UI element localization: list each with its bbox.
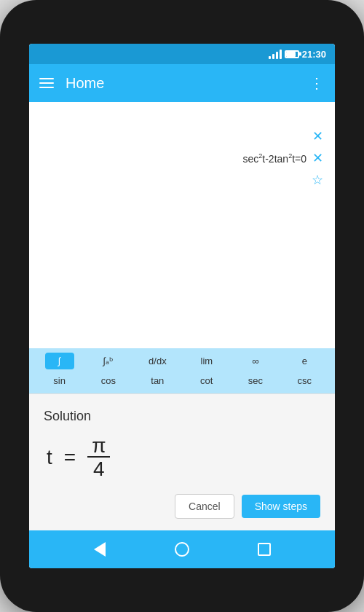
app-title: Home bbox=[66, 75, 298, 92]
recents-button[interactable] bbox=[250, 535, 279, 564]
home-icon bbox=[175, 542, 189, 557]
keyboard-row-1: ∫ ∫ₐᵇ d/dx lim ∞ e bbox=[29, 351, 335, 371]
solution-panel: Solution t = π 4 Cancel Show steps bbox=[29, 393, 335, 530]
status-bar: 21:30 bbox=[29, 44, 335, 64]
sup-2b: 2 bbox=[288, 152, 292, 160]
status-icons: 21:30 bbox=[269, 49, 326, 60]
back-icon bbox=[94, 542, 106, 557]
menu-icon[interactable] bbox=[39, 78, 54, 88]
equation-area: ✕ sec2t-2tan2t=0 ✕ ☆ bbox=[29, 102, 335, 348]
equation-row: sec2t-2tan2t=0 ✕ bbox=[41, 150, 323, 166]
key-csc[interactable]: csc bbox=[290, 372, 319, 389]
key-sec[interactable]: sec bbox=[241, 372, 270, 389]
signal-bar-1 bbox=[269, 56, 271, 59]
main-content: ✕ sec2t-2tan2t=0 ✕ ☆ ∫ ∫ₐᵇ bbox=[29, 102, 335, 530]
keyboard-row-2: sin cos tan cot sec csc bbox=[29, 371, 335, 391]
phone-screen: 21:30 Home ⋮ ✕ bbox=[29, 44, 335, 568]
empty-equation-row: ✕ bbox=[41, 128, 323, 144]
solution-equals: = bbox=[64, 446, 76, 469]
app-bar: Home ⋮ bbox=[29, 64, 335, 102]
fraction-denominator: 4 bbox=[89, 459, 109, 479]
clear-icon-2[interactable]: ✕ bbox=[312, 150, 323, 166]
more-options-icon[interactable]: ⋮ bbox=[309, 74, 325, 92]
signal-bar-2 bbox=[272, 54, 274, 59]
key-tan[interactable]: tan bbox=[143, 372, 172, 389]
star-row: ☆ bbox=[41, 172, 323, 188]
signal-bar-4 bbox=[280, 50, 282, 59]
solution-actions: Cancel Show steps bbox=[44, 494, 320, 519]
home-button[interactable] bbox=[167, 535, 197, 564]
key-integral[interactable]: ∫ bbox=[45, 353, 74, 369]
key-euler[interactable]: e bbox=[290, 353, 319, 369]
solution-fraction: π 4 bbox=[87, 436, 110, 479]
solution-math: t = π 4 bbox=[44, 436, 320, 479]
solution-label: Solution bbox=[44, 409, 320, 424]
key-limit[interactable]: lim bbox=[192, 353, 221, 369]
signal-bar-3 bbox=[276, 52, 278, 59]
back-button[interactable] bbox=[85, 535, 114, 564]
solution-variable: t bbox=[47, 446, 52, 469]
bookmark-icon[interactable]: ☆ bbox=[312, 172, 323, 188]
fraction-numerator: π bbox=[87, 436, 110, 458]
spacer bbox=[41, 114, 323, 128]
cancel-button[interactable]: Cancel bbox=[175, 494, 234, 519]
phone-device: 21:30 Home ⋮ ✕ bbox=[0, 0, 364, 612]
key-definite-integral[interactable]: ∫ₐᵇ bbox=[94, 353, 123, 369]
signal-icon bbox=[269, 49, 282, 59]
key-cos[interactable]: cos bbox=[94, 372, 123, 389]
battery-fill bbox=[286, 52, 296, 57]
equation-display: sec2t-2tan2t=0 bbox=[243, 152, 307, 165]
hamburger-line-2 bbox=[39, 82, 54, 84]
key-sin[interactable]: sin bbox=[45, 372, 74, 389]
sup-2: 2 bbox=[258, 152, 262, 160]
clear-icon-1[interactable]: ✕ bbox=[312, 128, 323, 144]
key-cot[interactable]: cot bbox=[192, 372, 221, 389]
hamburger-line-1 bbox=[39, 78, 54, 79]
hamburger-line-3 bbox=[39, 87, 54, 88]
key-infinity[interactable]: ∞ bbox=[241, 353, 270, 369]
status-time: 21:30 bbox=[302, 49, 326, 60]
show-steps-button[interactable]: Show steps bbox=[242, 495, 320, 518]
battery-icon bbox=[285, 50, 299, 58]
recents-icon bbox=[258, 543, 271, 556]
key-derivative[interactable]: d/dx bbox=[143, 353, 173, 369]
math-keyboard: ∫ ∫ₐᵇ d/dx lim ∞ e sin cos tan cot sec c… bbox=[29, 348, 335, 393]
nav-bar bbox=[29, 530, 335, 568]
